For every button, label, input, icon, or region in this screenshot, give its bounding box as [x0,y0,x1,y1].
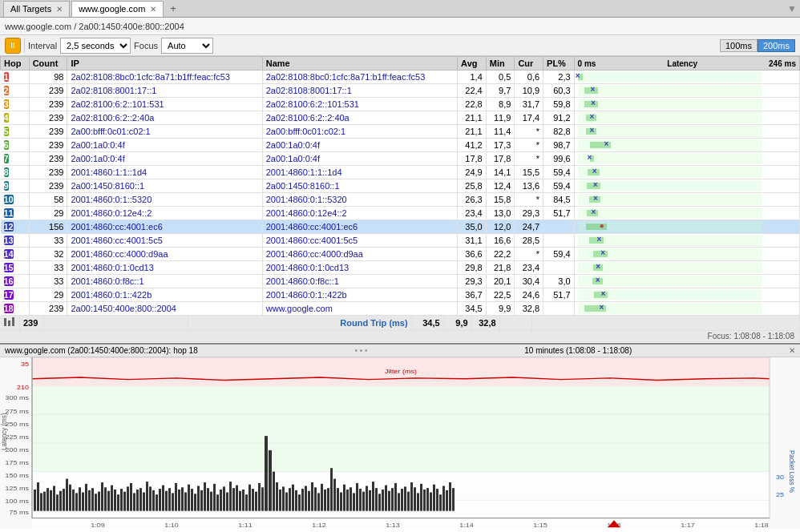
window-collapse[interactable]: ▼ [787,3,797,14]
pause-button[interactable]: ⏸ [5,38,21,54]
table-row[interactable]: 62392a00:1a0:0:4f2a00:1a0:0:4f41,217,3*9… [1,139,800,152]
count-cell: 239 [29,179,67,193]
svg-rect-157 [446,490,448,511]
svg-rect-2 [12,317,14,326]
table-row[interactable]: 22392a02:8108:8001:17::12a02:8108:8001:1… [1,84,800,98]
name-cell: www.google.com [262,302,457,316]
tab-add-button[interactable]: + [165,1,181,16]
svg-text:1:09: 1:09 [91,522,105,529]
svg-rect-67 [156,494,158,511]
svg-rect-125 [343,485,345,511]
min-cell: 21,8 [486,261,515,275]
svg-text:1:14: 1:14 [459,522,474,529]
svg-rect-61 [136,490,139,511]
svg-rect-158 [449,482,451,511]
svg-rect-113 [305,486,307,511]
table-row[interactable]: 1982a02:8108:8bc0:1cfc:8a71:b1ff:feac:fc… [1,71,800,84]
table-row[interactable]: 92392a00:1450:8160::12a00:1450:8160::125… [1,179,800,193]
hop-cell: 2 [1,84,30,98]
svg-rect-96 [248,485,251,511]
svg-rect-78 [191,489,193,511]
interval-select[interactable]: 2,5 seconds 5 seconds 10 seconds [60,38,131,54]
svg-rect-73 [175,483,177,511]
svg-rect-46 [88,490,91,511]
table-row[interactable]: 121562001:4860:cc:4001:ec62001:4860:cc:4… [1,220,800,234]
tab-all-targets[interactable]: All Targets ✕ [3,1,70,17]
hop-cell: 17 [1,288,30,302]
table-row[interactable]: 16332001:4860:0:f8c::12001:4860:0:f8c::1… [1,275,800,288]
svg-text:25: 25 [776,490,784,498]
svg-rect-122 [333,479,336,511]
table-row[interactable]: 15332001:4860:0:1:0cd132001:4860:0:1:0cd… [1,261,800,275]
col-count: Count [29,57,67,71]
graph-close[interactable]: ✕ [789,346,795,355]
svg-text:100 ms: 100 ms [6,497,29,504]
svg-rect-71 [168,488,171,511]
focus-select[interactable]: Auto Manual [161,38,213,54]
pl-cell: 59,4 [543,166,575,179]
svg-rect-153 [433,485,435,511]
svg-rect-40 [69,485,71,511]
time-100ms-button[interactable]: 100ms [720,39,758,52]
svg-rect-90 [229,482,232,511]
table-row[interactable]: 72392a00:1a0:0:4f2a00:1a0:0:4f17,817,8*9… [1,152,800,166]
svg-rect-97 [252,489,254,511]
cur-cell: 13,6 [515,179,543,193]
table-row[interactable]: 14322001:4860:cc:4000:d9aa2001:4860:cc:4… [1,248,800,261]
tab-all-targets-close[interactable]: ✕ [56,5,63,14]
table-row[interactable]: 52392a00:bfff:0c01:c02:12a00:bfff:0c01:c… [1,125,800,139]
min-cell: 17,8 [486,152,515,166]
svg-rect-154 [436,489,438,511]
svg-rect-64 [146,482,148,511]
svg-rect-47 [91,488,94,511]
avg-cell: 36,6 [458,248,487,261]
svg-rect-114 [308,491,310,511]
cur-cell: 0,6 [515,71,543,84]
table-row[interactable]: 42392a02:8100:6:2::2:40a2a02:8100:6:2::2… [1,111,800,125]
svg-rect-51 [104,487,107,510]
svg-rect-54 [114,490,116,511]
table-row[interactable]: 17292001:4860:0:1::422b2001:4860:0:1::42… [1,288,800,302]
svg-rect-133 [369,490,371,511]
latency-cell: × [574,179,799,193]
svg-rect-83 [207,488,209,511]
avg-cell: 26,3 [458,193,487,207]
svg-rect-107 [285,493,288,511]
svg-rect-102 [269,450,272,511]
col-ip: IP [67,57,262,71]
svg-rect-35 [53,486,55,511]
min-cell: 22,5 [486,288,515,302]
count-cell: 239 [29,84,67,98]
focus-label: Focus [134,41,158,50]
rt-latency [531,316,799,331]
pl-cell [543,220,575,234]
name-cell: 2a00:1a0:0:4f [262,152,457,166]
svg-text:210: 210 [17,384,29,391]
hop-cell: 18 [1,302,30,316]
svg-rect-130 [359,489,362,511]
cur-cell: 30,4 [515,275,543,288]
svg-rect-151 [426,488,429,511]
count-cell: 29 [29,207,67,220]
svg-rect-84 [210,492,212,511]
tab-google-close[interactable]: ✕ [150,5,156,14]
svg-rect-135 [375,488,378,511]
time-200ms-button[interactable]: 200ms [758,39,795,52]
min-cell: 8,9 [486,98,515,111]
ip-cell: 2a00:1450:8160::1 [67,179,262,193]
tab-google[interactable]: www.google.com ✕ [71,1,164,17]
table-row[interactable]: 182392a00:1450:400e:800::2004www.google.… [1,302,800,316]
name-cell: 2a02:8100:6:2::2:40a [262,111,457,125]
col-pl: PL% [543,57,575,71]
table-row[interactable]: 10582001:4860:0:1::53202001:4860:0:1::53… [1,193,800,207]
ip-cell: 2a02:8100:6:2::2:40a [67,111,262,125]
tab-all-targets-label: All Targets [10,4,51,14]
table-row[interactable]: 32392a02:8100:6:2::101:5312a02:8100:6:2:… [1,98,800,111]
svg-rect-0 [4,318,6,326]
table-row[interactable]: 82392001:4860:1:1::1d42001:4860:1:1::1d4… [1,166,800,179]
latency-cell: × [574,261,799,275]
hop-cell: 7 [1,152,30,166]
table-row[interactable]: 11292001:4860:0:12e4::22001:4860:0:12e4:… [1,207,800,220]
svg-rect-136 [378,494,381,510]
table-row[interactable]: 13332001:4860:cc:4001:5c52001:4860:cc:40… [1,234,800,248]
